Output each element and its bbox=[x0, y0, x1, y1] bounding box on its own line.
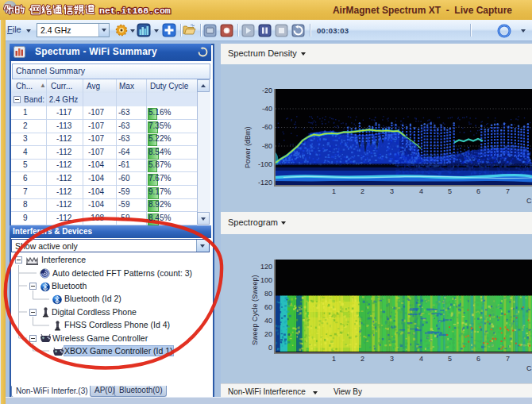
svg-text:Power (dBm): Power (dBm) bbox=[244, 126, 252, 168]
svg-text:net.it168.com: net.it168.com bbox=[99, 6, 171, 16]
